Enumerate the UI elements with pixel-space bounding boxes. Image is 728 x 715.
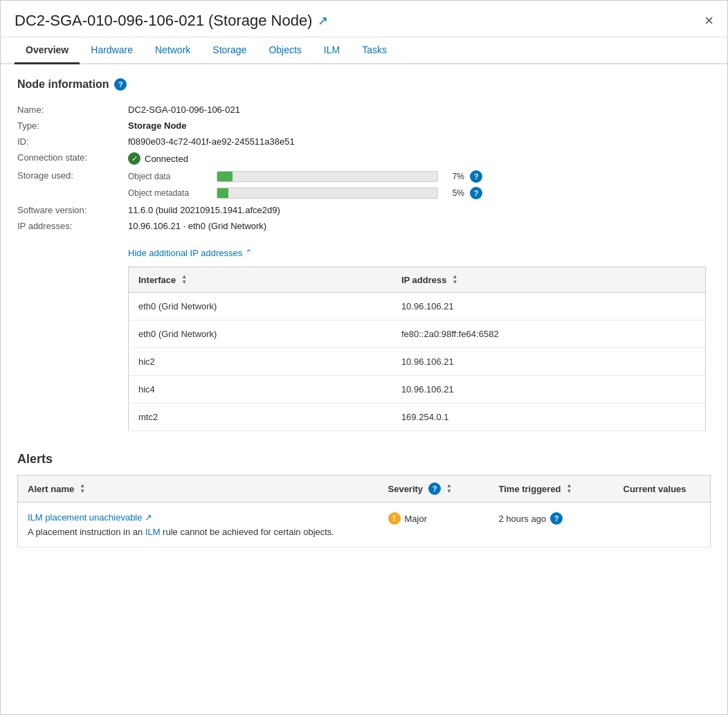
- ip-table-row: hic4 10.96.106.21: [129, 376, 706, 404]
- close-button[interactable]: ×: [704, 13, 713, 28]
- chevron-up-icon: ⌃: [245, 248, 253, 258]
- tab-network[interactable]: Network: [144, 37, 201, 64]
- time-help-icon[interactable]: ?: [550, 512, 563, 525]
- object-metadata-row: Object metadata 5% ?: [128, 187, 482, 199]
- severity-cell: ! Major: [379, 503, 489, 547]
- connection-state: ✓ Connected: [128, 152, 188, 165]
- col-time-header: Time triggered ▲ ▼: [489, 476, 614, 503]
- ip-cell: 10.96.106.21: [392, 376, 706, 404]
- ip-col-label: IP address: [401, 275, 447, 285]
- alerts-section-title: Alerts: [17, 452, 711, 467]
- node-info-section-title: Node information ?: [17, 78, 711, 91]
- connected-check-icon: ✓: [128, 152, 140, 165]
- modal-container: DC2-SGA-010-096-106-021 (Storage Node) ↗…: [0, 0, 728, 715]
- interface-sort-icon[interactable]: ▲ ▼: [181, 274, 187, 285]
- id-value: f0890e03-4c72-401f-ae92-245511a38e51: [128, 136, 295, 147]
- ip-cell: fe80::2a0:98ff:fe64:6582: [392, 320, 706, 348]
- info-row-ip: IP addresses: 10.96.106.21 · eth0 (Grid …: [17, 218, 711, 234]
- time-text: 2 hours ago: [499, 514, 547, 524]
- severity-dot-icon: !: [388, 512, 401, 525]
- col-interface-header: Interface ▲ ▼: [129, 267, 392, 293]
- ip-table-row: hic2 10.96.106.21: [129, 348, 706, 376]
- object-metadata-help-icon[interactable]: ?: [470, 187, 482, 199]
- hide-ip-link[interactable]: Hide additional IP addresses ⌃: [128, 248, 711, 258]
- modal-title: DC2-SGA-010-096-106-021 (Storage Node) ↗: [15, 12, 328, 30]
- alert-table-row: ILM placement unachievable ↗ A placement…: [18, 503, 711, 547]
- info-row-software: Software version: 11.6.0 (build 20210915…: [17, 202, 711, 218]
- info-row-storage: Storage used: Object data 7% ? Object me…: [17, 168, 711, 202]
- severity-sort-icon[interactable]: ▲ ▼: [446, 483, 452, 494]
- info-row-connection: Connection state: ✓ Connected: [17, 150, 711, 168]
- alert-name-link[interactable]: ILM placement unachievable ↗: [28, 512, 152, 523]
- interface-cell: hic2: [129, 348, 392, 376]
- name-label: Name:: [17, 105, 128, 115]
- col-current-header: Current values: [614, 476, 711, 503]
- software-value: 11.6.0 (build 20210915.1941.afce2d9): [128, 205, 280, 215]
- ilm-link[interactable]: ILM: [145, 527, 161, 537]
- ip-table-row: eth0 (Grid Network) 10.96.106.21: [129, 293, 706, 320]
- object-metadata-progress-bar: [217, 188, 438, 199]
- ip-value: 10.96.106.21 · eth0 (Grid Network): [128, 221, 266, 231]
- col-alert-name-header: Alert name ▲ ▼: [18, 476, 379, 503]
- alert-name-cell: ILM placement unachievable ↗ A placement…: [18, 503, 379, 547]
- interface-col-label: Interface: [138, 275, 176, 285]
- object-data-pct: 7%: [444, 172, 464, 181]
- severity-col-label: Severity: [388, 484, 424, 494]
- interface-cell: eth0 (Grid Network): [129, 320, 392, 348]
- connection-value: ✓ Connected: [128, 152, 188, 165]
- content-area: Node information ? Name: DC2-SGA-010-096…: [1, 64, 727, 561]
- title-text: DC2-SGA-010-096-106-021 (Storage Node): [15, 12, 312, 30]
- ip-sort-icon[interactable]: ▲ ▼: [452, 274, 457, 285]
- time-col-label: Time triggered: [499, 484, 561, 494]
- storage-label: Storage used:: [17, 170, 128, 181]
- software-label: Software version:: [17, 205, 128, 215]
- section-title-text: Node information: [17, 78, 109, 91]
- object-metadata-label: Object metadata: [128, 188, 211, 198]
- ip-cell: 169.254.0.1: [392, 404, 706, 431]
- col-severity-header: Severity ? ▲ ▼: [379, 476, 489, 503]
- connection-label: Connection state:: [17, 152, 128, 163]
- tab-objects[interactable]: Objects: [257, 37, 312, 64]
- interface-cell: mtc2: [129, 404, 392, 431]
- object-data-progress-bar: [217, 171, 438, 182]
- info-row-name: Name: DC2-SGA-010-096-106-021: [17, 102, 711, 118]
- ip-address-table: Interface ▲ ▼ IP address ▲ ▼: [128, 266, 706, 431]
- object-metadata-fill: [217, 188, 228, 198]
- node-info-table: Name: DC2-SGA-010-096-106-021 Type: Stor…: [17, 102, 711, 234]
- tab-storage[interactable]: Storage: [201, 37, 257, 64]
- connected-text: Connected: [145, 154, 188, 164]
- time-sort-icon[interactable]: ▲ ▼: [567, 483, 572, 494]
- hide-ip-text: Hide additional IP addresses: [128, 248, 242, 258]
- tab-tasks[interactable]: Tasks: [351, 37, 398, 64]
- type-value: Storage Node: [128, 120, 187, 131]
- storage-used-values: Object data 7% ? Object metadata 5%: [128, 170, 482, 199]
- tab-bar: Overview Hardware Network Storage Object…: [1, 37, 727, 64]
- modal-header: DC2-SGA-010-096-106-021 (Storage Node) ↗…: [1, 1, 727, 37]
- time-cell: 2 hours ago ?: [489, 503, 614, 547]
- alert-description: A placement instruction in an ILM rule c…: [28, 527, 369, 537]
- interface-cell: eth0 (Grid Network): [129, 293, 392, 320]
- current-col-label: Current values: [624, 484, 686, 494]
- alerts-table: Alert name ▲ ▼ Severity ? ▲: [17, 475, 711, 547]
- object-data-row: Object data 7% ?: [128, 170, 482, 183]
- tab-hardware[interactable]: Hardware: [80, 37, 144, 64]
- type-label: Type:: [17, 120, 128, 131]
- col-ip-header: IP address ▲ ▼: [392, 267, 706, 293]
- object-data-help-icon[interactable]: ?: [470, 170, 482, 183]
- tab-ilm[interactable]: ILM: [313, 37, 351, 64]
- info-row-id: ID: f0890e03-4c72-401f-ae92-245511a38e51: [17, 134, 711, 150]
- tab-overview[interactable]: Overview: [15, 37, 80, 64]
- external-link-icon[interactable]: ↗: [318, 13, 328, 28]
- info-row-type: Type: Storage Node: [17, 118, 711, 134]
- alert-name-col-label: Alert name: [28, 484, 74, 494]
- id-label: ID:: [17, 136, 128, 147]
- current-values-cell: [614, 503, 711, 547]
- name-value: DC2-SGA-010-096-106-021: [128, 105, 240, 115]
- object-data-fill: [217, 172, 233, 181]
- ip-label: IP addresses:: [17, 221, 128, 231]
- node-info-help-icon[interactable]: ?: [114, 78, 127, 91]
- alert-name-sort-icon[interactable]: ▲ ▼: [80, 483, 85, 494]
- severity-help-icon[interactable]: ?: [428, 482, 441, 495]
- object-data-label: Object data: [128, 172, 211, 181]
- ip-table-row: mtc2 169.254.0.1: [129, 404, 706, 431]
